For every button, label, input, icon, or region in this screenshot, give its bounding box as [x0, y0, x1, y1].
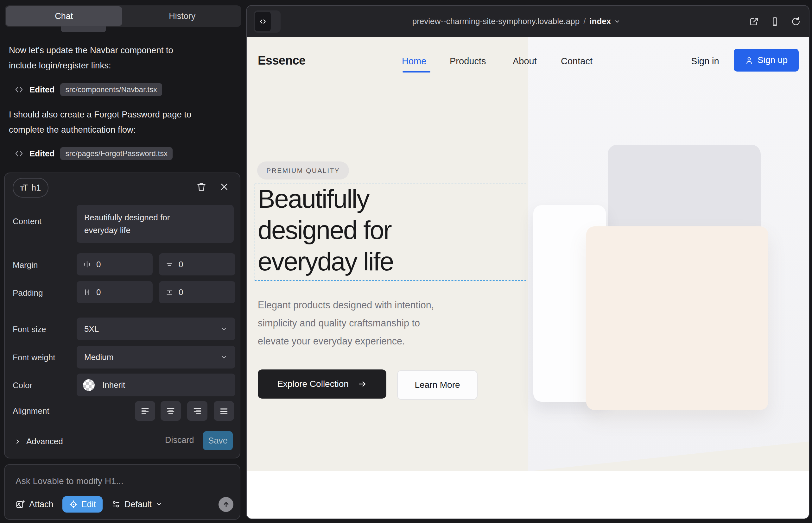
code-icon — [255, 12, 271, 31]
nav-link-home[interactable]: Home — [402, 56, 426, 67]
margin-x-input[interactable]: 0 — [77, 253, 153, 275]
edited-label: Edited — [30, 149, 54, 159]
font-size-label: Font size — [13, 325, 46, 334]
arrow-right-icon — [357, 379, 367, 389]
align-right-icon — [193, 406, 202, 416]
chevron-right-icon — [14, 438, 21, 445]
align-left-button[interactable] — [135, 401, 155, 421]
code-icon — [14, 85, 24, 94]
edited-label: Edited — [30, 85, 54, 95]
margin-label: Margin — [13, 260, 38, 270]
code-icon — [14, 149, 24, 158]
trash-icon — [196, 181, 207, 192]
edit-mode-button[interactable]: Edit — [63, 496, 103, 512]
file-chip[interactable]: src/pages/ForgotPassword.tsx — [60, 147, 173, 160]
composer-input[interactable]: Ask Lovable to modify H1... — [16, 476, 124, 486]
padding-label: Padding — [13, 288, 43, 298]
font-size-select[interactable]: 5XL — [77, 318, 235, 340]
preview-window: preview--charming-site-symphony.lovable.… — [246, 5, 810, 519]
chat-composer: Ask Lovable to modify H1... Attach Edit … — [4, 464, 240, 520]
tab-history[interactable]: History — [124, 6, 241, 26]
chat-message: I should also create a Forgot Password p… — [9, 107, 237, 138]
padding-y-input[interactable]: 0 — [159, 281, 235, 303]
chat-sidebar: Chat History Now let's update the Navbar… — [0, 0, 246, 523]
preview-domain: preview--charming-site-symphony.lovable.… — [412, 16, 580, 26]
refresh-icon — [791, 17, 800, 26]
color-select[interactable]: Inherit — [77, 374, 235, 396]
chevron-down-icon — [156, 501, 162, 507]
margin-vertical-icon — [165, 260, 174, 269]
align-justify-button[interactable] — [214, 401, 234, 421]
code-view-toggle[interactable] — [254, 11, 281, 33]
nav-link-contact[interactable]: Contact — [561, 56, 593, 67]
align-left-icon — [140, 406, 150, 416]
external-link-icon — [749, 17, 759, 26]
padding-vertical-icon — [165, 288, 174, 296]
advanced-toggle[interactable]: Advanced — [14, 437, 63, 446]
discard-button[interactable]: Discard — [163, 435, 196, 446]
color-label: Color — [13, 381, 32, 390]
alignment-label: Alignment — [13, 406, 49, 416]
attach-button[interactable]: Attach — [16, 500, 54, 509]
close-icon — [219, 182, 229, 192]
target-icon — [69, 500, 78, 509]
align-right-button[interactable] — [187, 401, 208, 421]
font-weight-label: Font weight — [13, 353, 55, 362]
nav-link-products[interactable]: Products — [450, 56, 486, 67]
content-label: Content — [13, 217, 41, 227]
chevron-down-icon — [614, 18, 620, 25]
align-center-icon — [166, 406, 175, 416]
truncated-file-chip[interactable] — [61, 26, 106, 32]
edited-file-row: Edited src/components/Navbar.tsx — [14, 83, 162, 96]
arrow-up-icon — [222, 500, 230, 508]
chevron-down-icon — [220, 325, 228, 333]
align-center-button[interactable] — [161, 401, 181, 421]
hero-heading: Beautifully designed for everyday life — [258, 183, 393, 277]
element-inspector: TT h1 Content Beautifully designed for e… — [4, 173, 240, 458]
preview-toolbar: preview--charming-site-symphony.lovable.… — [247, 6, 809, 37]
padding-x-input[interactable]: 0 — [77, 281, 153, 303]
chevron-down-icon — [220, 353, 228, 361]
user-icon — [745, 56, 754, 65]
chat-history-tabs: Chat History — [5, 5, 241, 27]
open-in-new-tab-button[interactable] — [749, 17, 759, 26]
font-weight-select[interactable]: Medium — [77, 346, 235, 368]
preview-page: index — [589, 16, 611, 26]
close-inspector-button[interactable] — [219, 182, 229, 192]
image-plus-icon — [16, 500, 25, 509]
selected-element-tag: TT h1 — [13, 178, 49, 198]
type-icon: TT — [20, 183, 28, 193]
sign-in-link[interactable]: Sign in — [691, 56, 719, 67]
delete-element-button[interactable] — [196, 181, 207, 192]
url-bar[interactable]: preview--charming-site-symphony.lovable.… — [412, 6, 620, 37]
lovable-editor: Chat History Now let's update the Navbar… — [0, 0, 812, 523]
selected-h1-element[interactable]: Beautifully designed for everyday life — [254, 184, 526, 281]
margin-horizontal-icon — [83, 260, 91, 269]
next-section — [247, 471, 809, 519]
site-logo[interactable]: Essence — [258, 54, 306, 68]
mobile-view-button[interactable] — [770, 17, 780, 26]
margin-y-input[interactable]: 0 — [159, 253, 235, 275]
content-textarea[interactable]: Beautifully designed for everyday life — [77, 205, 234, 243]
save-button[interactable]: Save — [203, 431, 233, 450]
chat-message: Now let's update the Navbar component to… — [9, 43, 237, 73]
hero-paragraph: Elegant products designed with intention… — [258, 296, 434, 350]
premium-quality-badge: PREMIUM QUALITY — [257, 161, 349, 180]
nav-link-about[interactable]: About — [513, 56, 537, 67]
active-nav-underline — [403, 71, 430, 72]
smartphone-icon — [770, 17, 780, 26]
placeholder-card-beige — [586, 227, 768, 410]
explore-collection-button[interactable]: Explore Collection — [258, 369, 386, 399]
padding-horizontal-icon — [83, 288, 91, 296]
send-button[interactable] — [218, 497, 233, 512]
sliders-icon — [111, 500, 120, 509]
model-selector[interactable]: Default — [111, 500, 162, 509]
align-justify-icon — [219, 406, 229, 416]
transparency-swatch-icon — [83, 379, 95, 391]
file-chip[interactable]: src/components/Navbar.tsx — [60, 83, 162, 96]
refresh-button[interactable] — [791, 17, 800, 26]
edited-file-row: Edited src/pages/ForgotPassword.tsx — [14, 147, 173, 160]
sign-up-button[interactable]: Sign up — [734, 49, 799, 72]
tab-chat[interactable]: Chat — [6, 6, 122, 26]
learn-more-button[interactable]: Learn More — [397, 370, 478, 400]
